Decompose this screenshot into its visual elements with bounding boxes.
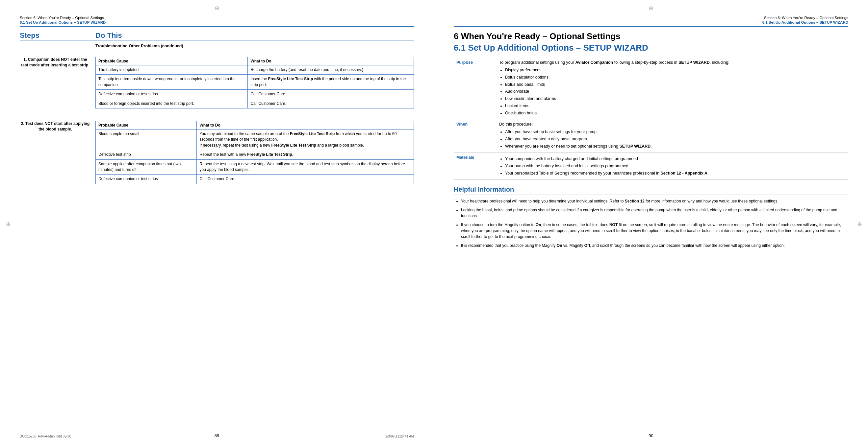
dothis-col-header: Do This [95,31,414,40]
list-item: If you choose to turn the Magnify option… [461,222,848,240]
section-number: 6.1 [454,43,466,53]
helpful-title: Helpful Information [454,186,848,195]
t1r1-cause: The battery is depleted [96,65,248,75]
when-row: When Do this procedure: After you have s… [454,119,848,152]
purpose-text-before: To program additional settings using you… [499,60,575,65]
table2-header-cause: Probable Cause [96,121,197,129]
list-item: Your pump with the battery installed and… [505,163,846,169]
t2r4-cause: Defective companion or test strips [96,175,197,184]
right-page-number: 90 [649,433,653,438]
crosshair-top-left: ⊕ [215,5,219,12]
table-row: Defective companion or test strips Call … [96,175,414,184]
helpful-section12: Section 12 [625,199,645,203]
materials-content: Your companion with the battery charged … [497,152,848,179]
step2-text: Test does NOT start after applying the b… [25,121,90,132]
step1-text: Companion does NOT enter the test mode a… [21,57,89,67]
list-item: Your healthcare professional will need t… [461,198,848,204]
t2r3-cause: Sample applied after companion times out… [96,160,197,175]
when-label: When [454,119,497,152]
troubleshoot-header-row: Troubleshooting Other Problems (continue… [20,44,414,49]
right-section-header-blue: 6.1 Set Up Additional Options – SETUP WI… [454,21,848,24]
t1r4-cause: Blood or foreign objects inserted into t… [96,99,248,108]
table-row: Defective test strip Repeat the test wit… [96,150,414,160]
step2-right: Probable Cause What to Do Blood sample t… [95,121,414,189]
step1-right: Probable Cause What to Do The battery is… [95,57,414,114]
step1-number: 1. [23,57,28,62]
steps-header-row: Steps Do This [20,31,414,40]
section-subtitle: 6.1 Set Up Additional Options – SETUP WI… [454,43,848,53]
right-section-header: Section 6: When You're Ready – Optional … [454,16,848,20]
table1: Probable Cause What to Do The battery is… [95,57,414,108]
t1r3-cause: Defective companion or test strips [96,90,248,99]
purpose-wizard: SETUP WIZARD [679,60,710,65]
purpose-text-mid: following a step-by-step process in [613,60,679,65]
footer-doc: DOC15736_Rev-A-Man.indd 89-90 [20,435,71,438]
list-item: Bolus calculator options [505,74,846,80]
helpful-on2: On [557,243,562,248]
table-row: Sample applied after companion times out… [96,160,414,175]
crosshair-top-right: ⊕ [649,5,653,12]
helpful-off: Off [584,243,590,248]
steps-left-empty [20,44,95,49]
list-item: Your personalized Table of Settings reco… [505,170,846,176]
footer-date: 2/3/09 11:29:41 AM [385,435,414,438]
helpful-not: NOT [609,222,618,227]
table-row: Test strip inserted upside down, wrong-e… [96,75,414,90]
list-item: Locking the basal, bolus, and prime opti… [461,207,848,219]
crosshair-mid-left: ⊕ [6,220,11,228]
when-list: After you have set up basic settings for… [505,129,846,149]
info-table: Purpose To program additional settings u… [454,58,848,179]
t1r2-what: Insert the FreeStyle Lite Test Strip wit… [248,75,414,90]
list-item: One-button bolus [505,110,846,116]
left-section-header-blue: 6.1 Set Up Additional Options – SETUP WI… [20,21,414,24]
t2r1-what: You may add blood to the same sample are… [197,129,414,150]
when-bold: SETUP WIZARD [619,144,651,148]
left-header-divider [20,26,414,27]
step1-left: 1. Companion does NOT enter the test mod… [20,57,95,114]
t2r1-cause: Blood sample too small [96,129,197,150]
list-item: Audio/vibrate [505,89,846,95]
helpful-list: Your healthcare professional will need t… [461,198,848,248]
table2-header-what: What to Do [197,121,414,129]
t1r3-what: Call Customer Care. [248,90,414,99]
purpose-label: Purpose [454,58,497,119]
list-item: Display preferences [505,67,846,73]
t1r1-what: Recharge the battery (and reset the date… [248,65,414,75]
table-row: The battery is depleted Recharge the bat… [96,65,414,75]
t2r2-what: Repeat the test with a new FreeStyle Lit… [197,150,414,160]
table1-header-what: What to Do [248,57,414,65]
list-item: Whenever you are ready or need to set op… [505,143,846,149]
purpose-content: To program additional settings using you… [497,58,848,119]
materials-list: Your companion with the battery charged … [505,156,846,176]
when-content: Do this procedure: After you have set up… [497,119,848,152]
list-item: After you have set up basic settings for… [505,129,846,135]
chapter-title-block: 6 When You're Ready – Optional Settings … [454,31,848,53]
t1r4-what: Call Customer Care. [248,99,414,108]
table1-header-cause: Probable Cause [96,57,248,65]
t2r4-what: Call Customer Care. [197,175,414,184]
troubleshoot-title-text: Troubleshooting Other Problems (continue… [95,44,414,48]
list-item: Low insulin alert and alarms [505,96,846,102]
t2r3-what: Repeat the test using a new test strip. … [197,160,414,175]
left-section-header: Section 6: When You're Ready – Optional … [20,16,414,20]
step2-left: 2. Test does NOT start after applying th… [20,121,95,189]
left-page-number: 89 [215,433,219,438]
chapter-number: 6 [454,31,458,41]
table-row: Blood sample too small You may add blood… [96,129,414,150]
list-item: It is recommended that you practice usin… [461,243,848,248]
dothis-label: Do This [95,31,122,39]
step2-row: 2. Test does NOT start after applying th… [20,121,414,189]
table2: Probable Cause What to Do Blood sample t… [95,121,414,184]
step1-row: 1. Companion does NOT enter the test mod… [20,57,414,114]
section-title-text: Set Up Additional Options – SETUP WIZARD [468,43,648,53]
table-row: Defective companion or test strips Call … [96,90,414,99]
chapter-title: 6 When You're Ready – Optional Settings [454,31,848,41]
right-header-divider [454,26,848,27]
chapter-title-text: When You're Ready – Optional Settings [461,31,621,41]
steps-label: Steps [20,31,43,39]
materials-label: Materials [454,152,497,179]
purpose-including: , including: [710,60,730,65]
step1-desc: 1. Companion does NOT enter the test mod… [20,57,91,68]
list-item: Locked items [505,103,846,109]
materials-row: Materials Your companion with the batter… [454,152,848,179]
